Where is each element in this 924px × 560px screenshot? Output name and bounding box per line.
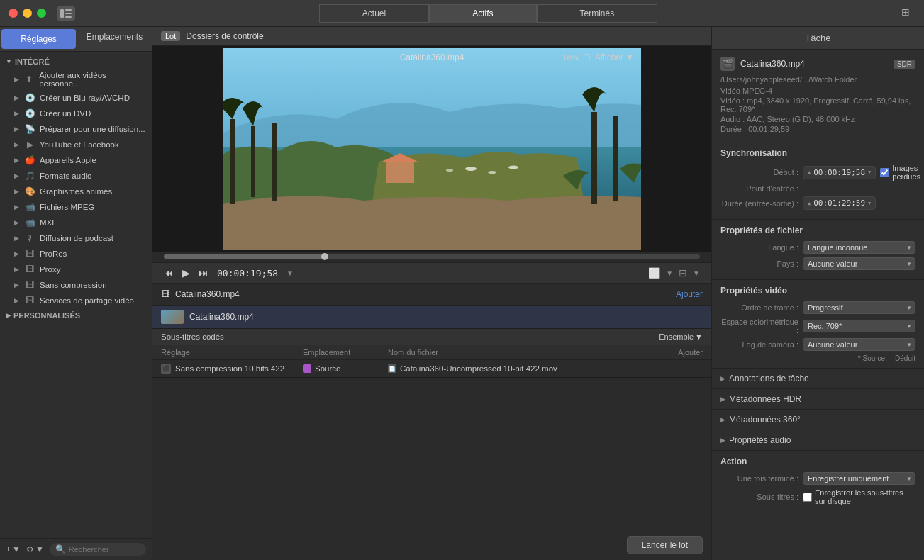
svg-point-13 [488, 171, 496, 174]
file-name: Catalina360.mp4 [740, 59, 888, 69]
skip-back-button[interactable]: ⏮ [164, 267, 174, 279]
reglage-value: Sans compression 10 bits 422 [175, 364, 284, 373]
pays-select[interactable]: Aucune valeur [803, 257, 915, 270]
sidebar-section-personnalises: ▶ PERSONNALISÉS [0, 308, 152, 323]
play-button[interactable]: ▶ [182, 267, 190, 279]
sidebar-item-apple[interactable]: ▶ 🍎 Appareils Apple [0, 152, 152, 168]
chevron-right-icon: ▶ [720, 375, 725, 382]
main-tabs: Actuel Actifs Terminés [319, 4, 657, 23]
right-panel-header: Tâche [712, 27, 924, 50]
settings-icon[interactable]: ⊞ [901, 6, 915, 21]
playback-right-controls: ⬜ ▼ ⊟ ▼ [648, 267, 700, 279]
sidebar-item-youtube[interactable]: ▶ ▶ YouTube et Facebook [0, 137, 152, 152]
view-chevron-icon[interactable]: ▼ [666, 269, 673, 277]
annotations-header[interactable]: ▶ Annotations de tâche [712, 369, 924, 388]
settings-chevron-icon: ▼ [35, 544, 44, 554]
video-title-overlay: Catalina360.mp4 [400, 52, 464, 62]
svg-rect-2 [65, 13, 72, 14]
sidebar-item-proxy[interactable]: ▶ 🎞 Proxy [0, 262, 152, 277]
timecode-arrow[interactable]: ▼ [286, 269, 294, 277]
sidebar-item-graphismes[interactable]: ▶ 🎨 Graphismes animés [0, 184, 152, 199]
subtitles-header: Sous-titres codés Ensemble ▼ [152, 329, 711, 345]
metadonnees-360-title: Métadonnées 360° [729, 415, 801, 425]
metadonnees-hdr-header[interactable]: ▶ Métadonnées HDR [712, 389, 924, 409]
chevron-right-icon: ▶ [14, 188, 23, 195]
une-fois-label: Une fois terminé : [720, 474, 798, 483]
search-box[interactable]: 🔍 [50, 543, 146, 556]
ensemble-button[interactable]: Ensemble ▼ [659, 332, 703, 341]
minimize-button[interactable] [23, 9, 32, 18]
layout-icon[interactable]: ⊟ [679, 267, 687, 279]
chevron-down-icon: ▼ [695, 332, 703, 341]
ordre-trame-select[interactable]: Progressif [803, 301, 915, 314]
launch-button[interactable]: Lancer le lot [627, 536, 703, 554]
dvd-icon: 💿 [24, 108, 35, 119]
scrubber-handle[interactable] [321, 253, 328, 260]
crop-icon[interactable]: ⬜ [648, 267, 660, 279]
tab-actifs[interactable]: Actifs [429, 4, 536, 23]
sous-titres-checkbox[interactable] [803, 493, 812, 502]
debut-label: Début : [720, 168, 798, 177]
lot-badge: Lot [161, 31, 180, 41]
col-header-emplacement: Emplacement [303, 348, 388, 357]
search-input[interactable] [69, 545, 140, 554]
add-button[interactable]: + ▼ [6, 544, 21, 554]
sidebar-tab-reglages[interactable]: Réglages [1, 29, 76, 49]
batch-bottom: Lancer le lot [152, 530, 711, 560]
maximize-button[interactable] [37, 9, 46, 18]
duree-timecode-input[interactable]: ▲ 00:01:29;59 ▼ [803, 196, 876, 210]
sidebar-item-audio[interactable]: ▶ 🎵 Formats audio [0, 168, 152, 184]
debut-timecode-input[interactable]: ▲ 00:00:19;58 ▼ [803, 166, 876, 179]
espace-select[interactable]: Rec. 709* [803, 320, 915, 332]
main-layout: Réglages Emplacements ▼ INTÉGRÉ ▶ ⬆ Ajou… [0, 27, 924, 560]
chevron-down-icon: ▼ [6, 58, 12, 65]
sidebar-item-prores[interactable]: ▶ 🎞 ProRes [0, 246, 152, 262]
tab-termines[interactable]: Terminés [537, 4, 658, 23]
duree-label: Durée (entrée-sortie) : [720, 199, 798, 208]
log-select[interactable]: Aucune valeur [803, 338, 915, 351]
synchronisation-section: Synchronisation Début : ▲ 00:00:19;58 ▼ … [712, 142, 924, 220]
sous-titres-value: Enregistrer les sous-titres sur disque [815, 488, 915, 505]
une-fois-select[interactable]: Enregistrer uniquement [803, 472, 915, 485]
sidebar-item-bluray[interactable]: ▶ 💿 Créer un Blu-ray/AVCHD [0, 90, 152, 106]
metadonnees-360-header[interactable]: ▶ Métadonnées 360° [712, 410, 924, 430]
layout-chevron-icon[interactable]: ▼ [693, 269, 700, 277]
broadcast-icon: 📡 [24, 123, 35, 135]
window-controls [9, 6, 75, 21]
une-fois-row: Une fois terminé : Enregistrer uniquemen… [720, 472, 915, 485]
settings-button[interactable]: ⚙ ▼ [26, 544, 44, 554]
sidebar-toggle-icon[interactable] [57, 6, 75, 21]
chevron-right-icon: ▶ [14, 203, 23, 211]
view-checkbox: ☐ [583, 52, 591, 62]
pays-label: Pays : [720, 259, 798, 268]
tab-actuel[interactable]: Actuel [319, 4, 429, 23]
annotations-title: Annotations de tâche [729, 374, 809, 383]
sidebar-item-mpeg[interactable]: ▶ 📹 Fichiers MPEG [0, 199, 152, 215]
sidebar-item-podcast[interactable]: ▶ 🎙 Diffusion de podcast [0, 230, 152, 246]
sous-titres-label: Sous-titres : [720, 493, 798, 501]
batch-ajouter-link[interactable]: Ajouter [676, 289, 703, 299]
file-path: /Users/johnyappleseed/.../Watch Folder [720, 75, 915, 84]
proprietes-audio-header[interactable]: ▶ Propriétés audio [712, 430, 924, 450]
svg-rect-7 [251, 126, 255, 197]
sidebar-item-ajouter[interactable]: ▶ ⬆ Ajouter aux vidéos personne... [0, 69, 152, 90]
close-button[interactable] [9, 9, 18, 18]
sidebar-item-partage[interactable]: ▶ 🎞 Services de partage vidéo [0, 293, 152, 308]
share-icon: 🎞 [24, 295, 35, 306]
chevron-right-icon: ▶ [14, 219, 23, 226]
sidebar-item-dvd[interactable]: ▶ 💿 Créer un DVD [0, 106, 152, 121]
chevron-right-icon: ▶ [14, 172, 23, 179]
sidebar-item-mxf[interactable]: ▶ 📹 MXF [0, 215, 152, 230]
mxf-icon: 📹 [24, 217, 35, 228]
sidebar-tab-emplacements[interactable]: Emplacements [77, 27, 152, 51]
chevron-right-icon: ▶ [720, 396, 725, 403]
playback-controls: ⏮ ▶ ⏭ 00:00:19;58 ▼ ⬜ ▼ ⊟ ▼ [152, 262, 711, 284]
sidebar-item-sans-compression[interactable]: ▶ 🎞 Sans compression [0, 277, 152, 293]
images-perdues-checkbox[interactable] [880, 168, 889, 177]
afficher-button[interactable]: Afficher ▼ [595, 52, 634, 62]
sidebar-item-diffusion[interactable]: ▶ 📡 Préparer pour une diffusion... [0, 121, 152, 137]
sidebar-section-integre: ▼ INTÉGRÉ [0, 55, 152, 69]
skip-forward-button[interactable]: ⏭ [199, 267, 208, 279]
timecode-up-icon: ▲ [808, 169, 811, 175]
langue-select[interactable]: Langue inconnue [803, 241, 915, 254]
